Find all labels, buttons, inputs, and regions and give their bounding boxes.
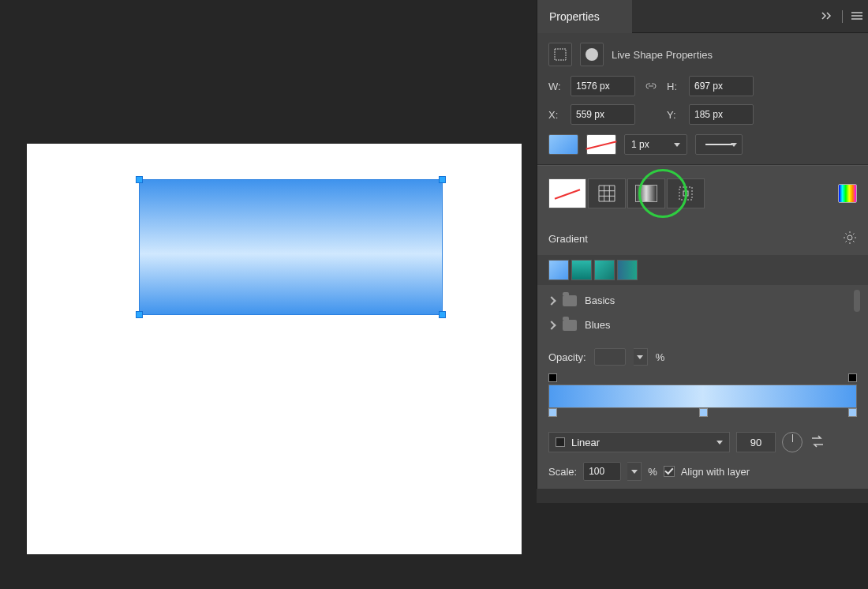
color-picker-button[interactable] [838,184,857,203]
scale-dropdown-button[interactable] [627,462,642,481]
gradient-icon [635,185,657,202]
fill-type-gradient-button[interactable] [627,178,665,208]
properties-tab[interactable]: Properties [537,0,632,33]
angle-dial[interactable] [782,432,803,452]
reverse-gradient-icon[interactable] [809,433,826,452]
menu-icon[interactable] [851,11,863,23]
shape-properties-section: Live Shape Properties W: 1576 px H: 697 … [537,33,868,165]
resize-handle-br[interactable] [439,311,446,318]
color-stop[interactable] [848,408,857,417]
y-field[interactable]: 185 px [689,104,754,125]
gradient-title: Gradient [548,233,588,245]
chevron-right-icon [547,296,556,305]
angle-field[interactable]: 90 [736,432,776,452]
fill-type-none-button[interactable] [548,178,586,208]
folder-icon [563,320,577,331]
stroke-width-dropdown[interactable]: 1 px [624,134,687,155]
resize-handle-tr[interactable] [439,176,446,183]
folder-icon [563,295,577,306]
chevron-down-icon [674,143,680,147]
height-field[interactable]: 697 px [689,76,754,96]
separator [842,10,843,23]
fill-type-pattern-button[interactable] [667,178,705,208]
svg-rect-2 [683,191,688,196]
x-field[interactable]: 559 px [571,104,635,125]
width-field[interactable]: 1576 px [571,76,635,96]
opacity-stop[interactable] [848,373,857,382]
percent-label: % [656,351,665,363]
width-label: W: [548,81,564,92]
fill-swatch[interactable] [548,134,578,155]
gradient-preset[interactable] [617,260,638,280]
link-wh-icon[interactable] [642,81,660,92]
opacity-stop[interactable] [548,373,557,382]
chevron-right-icon [547,321,556,329]
gradient-folder-blues[interactable]: Blues [537,313,868,337]
gradient-preset[interactable] [571,260,592,280]
svg-rect-0 [555,49,566,60]
opacity-label: Opacity: [548,351,586,363]
opacity-dropdown-button[interactable] [634,348,648,366]
properties-panel: Properties Live Shape Properties W: 1576… [537,0,868,503]
percent-label: % [648,466,657,478]
chevron-down-icon [631,470,638,474]
color-stop[interactable] [699,408,708,417]
folder-label: Basics [585,294,615,306]
recent-gradients [537,255,868,285]
expand-icon[interactable] [820,11,834,23]
chevron-down-icon [716,441,723,445]
gradient-type-dropdown[interactable]: Linear [548,432,730,452]
panel-footer [537,489,868,503]
gradient-bar[interactable] [548,385,857,408]
gradient-type-icon [556,437,565,447]
folder-label: Blues [585,319,611,331]
color-stop[interactable] [548,408,557,417]
opacity-field[interactable] [594,348,626,366]
align-with-layer-checkbox[interactable] [664,466,675,477]
align-label: Align with layer [681,466,750,478]
scale-label: Scale: [548,466,577,478]
svg-point-3 [847,235,852,240]
fill-type-section [537,165,868,221]
gear-icon[interactable] [843,231,857,247]
stroke-swatch[interactable] [586,134,616,155]
height-label: H: [667,81,683,92]
resize-handle-bl[interactable] [136,311,143,318]
gradient-type-label: Linear [571,437,600,448]
gradient-preset[interactable] [548,260,569,280]
fill-type-solid-button[interactable] [588,178,626,208]
scale-field[interactable]: 100 [583,462,621,481]
gradient-editor[interactable] [537,370,868,424]
selected-rectangle-shape[interactable] [139,179,443,315]
chevron-down-icon [731,143,737,147]
gradient-preset[interactable] [594,260,615,280]
stroke-style-dropdown[interactable] [695,134,743,155]
panel-tabs: Properties [537,0,868,33]
resize-handle-tl[interactable] [136,176,143,183]
gradient-section: Gradient Basics Blues Opacity: % [537,221,868,503]
chevron-down-icon [637,355,643,359]
gradient-folder-basics[interactable]: Basics [537,288,868,313]
x-label: X: [548,109,564,121]
shape-mask-button[interactable] [548,43,572,66]
y-label: Y: [667,109,683,121]
mask-thumbnail[interactable] [580,43,604,66]
svg-rect-1 [679,187,692,200]
canvas[interactable] [27,144,522,554]
stroke-width-value: 1 px [631,139,649,150]
section-title: Live Shape Properties [612,49,713,61]
